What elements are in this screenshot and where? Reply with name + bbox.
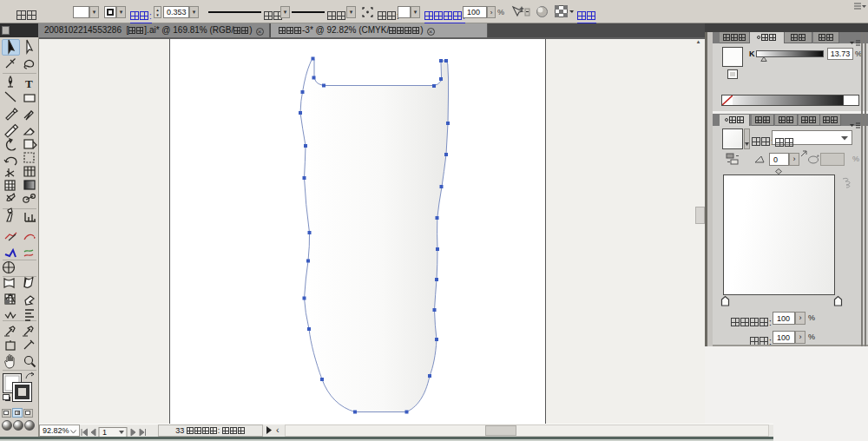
svg-text:T: T [25,77,33,90]
svg-text:1: 1 [102,428,107,437]
